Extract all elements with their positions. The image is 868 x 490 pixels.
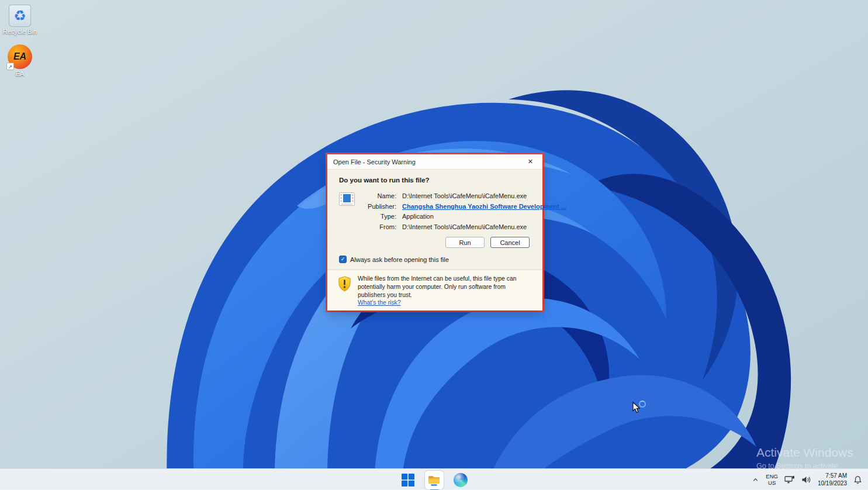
- always-ask-label: Always ask before opening this file: [350, 256, 449, 263]
- volume-icon[interactable]: [801, 475, 811, 484]
- language-indicator[interactable]: ENG US: [766, 474, 778, 486]
- warning-text-block: While files from the Internet can be use…: [358, 275, 528, 307]
- field-row-from: From: D:\Internet Tools\iCafeMenu\iCafeM…: [357, 222, 566, 233]
- tray-chevron-up-icon[interactable]: [752, 476, 759, 484]
- edge-button[interactable]: [451, 471, 470, 489]
- run-button[interactable]: Run: [445, 237, 485, 248]
- dialog-question: Do you want to run this file?: [339, 177, 531, 184]
- dialog-highlight-frame: Open File - Security Warning ✕ Do you wa…: [326, 153, 544, 312]
- field-label: From:: [357, 222, 402, 233]
- warning-section: While files from the Internet can be use…: [327, 270, 542, 310]
- cancel-button[interactable]: Cancel: [490, 237, 530, 248]
- shortcut-arrow-icon: ↗: [6, 63, 14, 70]
- dialog-buttons: Run Cancel: [339, 237, 531, 248]
- file-fields: Name: D:\Internet Tools\iCafeMenu\iCafeM…: [357, 191, 566, 232]
- security-warning-dialog: Open File - Security Warning ✕ Do you wa…: [327, 154, 542, 310]
- field-label: Type:: [357, 212, 402, 222]
- dialog-titlebar[interactable]: Open File - Security Warning ✕: [327, 154, 542, 170]
- clock-indicator[interactable]: 7:57 AM 10/19/2023: [818, 472, 847, 487]
- recycle-bin-label: Recycle Bin: [3, 28, 37, 35]
- field-label: Publisher:: [357, 202, 402, 212]
- publisher-link[interactable]: Changsha Shenghua Yaozhi Software Develo…: [402, 202, 566, 212]
- file-explorer-icon: [427, 473, 441, 486]
- language-line2: US: [768, 479, 776, 486]
- desktop: ♻ Recycle Bin EA ↗ EA Activate Windows G…: [0, 0, 868, 490]
- field-value-name: D:\Internet Tools\iCafeMenu\iCafeMenu.ex…: [402, 191, 527, 202]
- checkmark-icon: ✓: [341, 257, 345, 262]
- network-icon[interactable]: [784, 475, 795, 484]
- recycle-glyph: ♻: [13, 9, 26, 23]
- desktop-icon-ea[interactable]: EA ↗ EA: [2, 44, 37, 77]
- start-button[interactable]: [399, 471, 417, 489]
- windows-logo-icon: [402, 474, 414, 486]
- field-row-name: Name: D:\Internet Tools\iCafeMenu\iCafeM…: [357, 191, 566, 202]
- warning-text: While files from the Internet can be use…: [358, 275, 516, 298]
- file-info-block: Name: D:\Internet Tools\iCafeMenu\iCafeM…: [339, 191, 531, 232]
- close-icon[interactable]: ✕: [524, 157, 537, 167]
- ea-monogram: EA: [13, 51, 26, 62]
- field-value-type: Application: [402, 212, 434, 222]
- edge-icon: [454, 473, 468, 487]
- field-value-from: D:\Internet Tools\iCafeMenu\iCafeMenu.ex…: [402, 222, 527, 233]
- file-explorer-button[interactable]: [425, 471, 444, 489]
- dialog-body: Do you want to run this file?: [327, 170, 542, 270]
- dialog-title: Open File - Security Warning: [333, 158, 524, 165]
- always-ask-checkbox[interactable]: ✓: [339, 256, 347, 263]
- application-file-icon: [339, 192, 357, 232]
- notification-bell-icon[interactable]: [853, 475, 862, 485]
- field-label: Name:: [357, 191, 402, 202]
- ea-icon: EA ↗: [8, 44, 32, 69]
- field-row-type: Type: Application: [357, 212, 566, 222]
- tray-time: 7:57 AM: [825, 472, 847, 479]
- taskbar: ENG US 7:57 AM 10/19/: [0, 468, 868, 490]
- always-ask-row: ✓ Always ask before opening this file: [339, 256, 531, 263]
- recycle-bin-icon: ♻: [9, 5, 31, 27]
- desktop-icon-recycle-bin[interactable]: ♻ Recycle Bin: [2, 5, 37, 35]
- tray-date: 10/19/2023: [818, 480, 847, 486]
- system-tray: ENG US 7:57 AM 10/19/: [752, 469, 864, 490]
- warning-shield-icon: [338, 275, 358, 307]
- ea-label: EA: [16, 70, 25, 77]
- field-row-publisher: Publisher: Changsha Shenghua Yaozhi Soft…: [357, 202, 566, 212]
- language-line1: ENG: [766, 473, 778, 479]
- whats-the-risk-link[interactable]: What's the risk?: [358, 299, 401, 306]
- taskbar-center-group: [399, 469, 470, 490]
